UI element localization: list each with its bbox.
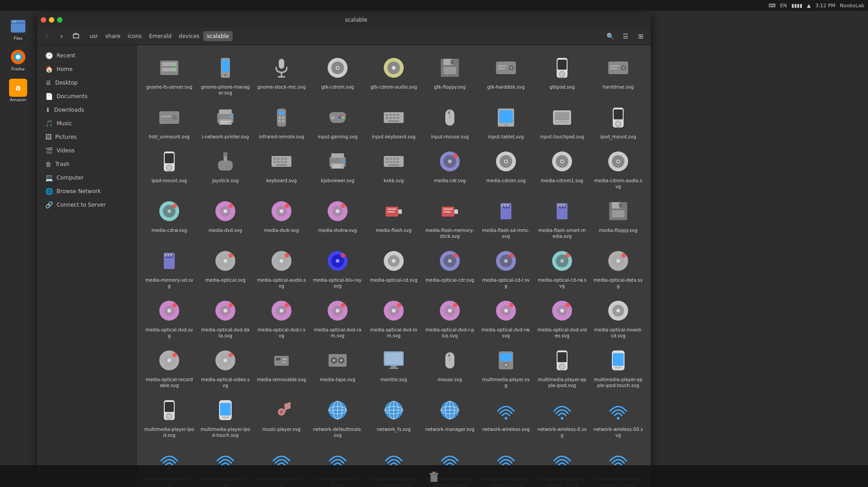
file-item[interactable]: media-flash-memory-stick.svg bbox=[423, 194, 477, 242]
file-item[interactable]: input-tablet.svg bbox=[479, 100, 533, 142]
sidebar-item-desktop[interactable]: 🖥 Desktop bbox=[39, 76, 134, 89]
file-item[interactable]: hdd_unmount.svg bbox=[142, 100, 196, 142]
desktop-icon-files[interactable]: Files bbox=[4, 14, 33, 43]
file-item[interactable]: kxkb.svg bbox=[367, 144, 421, 192]
file-item[interactable]: network_fs.svg bbox=[367, 393, 421, 441]
breadcrumb-icons[interactable]: icons bbox=[124, 31, 145, 41]
file-item[interactable]: media-optical-mixed-cd.svg bbox=[591, 293, 645, 341]
sidebar-item-recent[interactable]: 🕐 Recent bbox=[39, 49, 134, 62]
file-item[interactable]: media-optical-dvd-data.svg bbox=[198, 293, 253, 341]
file-item[interactable]: gtkpod.svg bbox=[535, 51, 589, 99]
grid-view-button[interactable]: ⊞ bbox=[634, 30, 647, 43]
file-item[interactable]: monitor.svg bbox=[367, 343, 421, 391]
forward-button[interactable]: › bbox=[55, 30, 68, 43]
file-item[interactable]: media-dvdrw.svg bbox=[310, 194, 365, 242]
file-item[interactable]: input-touchpad.svg bbox=[535, 100, 589, 142]
file-item[interactable]: media-cdrw.svg bbox=[142, 194, 196, 242]
file-item[interactable]: media-optical-cd.svg bbox=[367, 244, 421, 292]
file-item[interactable]: media-optical-dvd-video.svg bbox=[535, 293, 589, 341]
file-item[interactable]: media-optical.svg bbox=[198, 244, 253, 292]
file-item[interactable]: media-removable.svg bbox=[254, 343, 309, 391]
file-item[interactable]: multimedia-player.svg bbox=[479, 343, 533, 391]
breadcrumb-emerald[interactable]: Emerald bbox=[145, 31, 175, 41]
sidebar-item-videos[interactable]: 🎬 Videos bbox=[39, 144, 134, 157]
file-item[interactable]: music-player.svg bbox=[254, 393, 309, 441]
file-item[interactable]: media-dvdr.svg bbox=[254, 194, 309, 242]
file-item[interactable]: gtk-cdrom.svg bbox=[310, 51, 365, 99]
file-item[interactable]: media-optical-cd-r.svg bbox=[479, 244, 533, 292]
breadcrumb-devices[interactable]: devices bbox=[175, 31, 203, 41]
file-item[interactable]: multimedia-player-apple-ipod-touch.svg bbox=[591, 343, 645, 391]
file-item[interactable]: network-wireless-0.svg bbox=[535, 393, 589, 441]
parent-folder-button[interactable] bbox=[70, 30, 82, 43]
file-item[interactable]: media-optical-blu-ray.svg bbox=[310, 244, 365, 292]
file-item[interactable]: ipod-mount.svg bbox=[142, 144, 196, 192]
file-item[interactable]: network-defaultroute.svg bbox=[310, 393, 365, 441]
file-item[interactable]: media-cdrom.svg bbox=[479, 144, 533, 192]
file-item[interactable]: media-optical-video.svg bbox=[198, 343, 253, 391]
file-item[interactable]: gtk-harddisk.svg bbox=[479, 51, 533, 99]
close-button[interactable] bbox=[41, 17, 46, 23]
minimize-button[interactable] bbox=[49, 17, 54, 23]
file-item[interactable]: media-optical-dvd-rw.svg bbox=[479, 293, 533, 341]
file-item[interactable]: ipod_mount.svg bbox=[591, 100, 645, 142]
file-item[interactable]: multimedia-player-ipod.svg bbox=[142, 393, 196, 441]
file-item[interactable]: gnome-fs-server.svg bbox=[142, 51, 196, 99]
breadcrumb-share[interactable]: share bbox=[102, 31, 124, 41]
file-item[interactable]: gtk-floppy.svg bbox=[423, 51, 477, 99]
file-item[interactable]: gnome-phone-manager.svg bbox=[198, 51, 253, 99]
file-item[interactable]: media-cdrom1.svg bbox=[535, 144, 589, 192]
taskbar-trash[interactable] bbox=[424, 467, 444, 486]
file-item[interactable]: media-floppy.svg bbox=[591, 194, 645, 242]
sidebar-item-browse-network[interactable]: 🌐 Browse Network bbox=[39, 185, 134, 198]
file-item[interactable]: media-flash-sd-mmc.svg bbox=[479, 194, 533, 242]
file-item[interactable]: media-dvd.svg bbox=[198, 194, 253, 242]
file-item[interactable]: harddrive.svg bbox=[591, 51, 645, 99]
file-item[interactable]: media-optical-dvd.svg bbox=[142, 293, 196, 341]
file-item[interactable]: input-gaming.svg bbox=[310, 100, 365, 142]
file-item[interactable]: media-optical-data.svg bbox=[591, 244, 645, 292]
sidebar-item-music[interactable]: 🎵 Music bbox=[39, 117, 134, 130]
file-item[interactable]: keyboard.svg bbox=[254, 144, 309, 192]
file-item[interactable]: media-optical-dvd-ram.svg bbox=[310, 293, 365, 341]
file-item[interactable]: i-network-printer.svg bbox=[198, 100, 253, 142]
file-item[interactable]: media-optical-dvd-r-plus.svg bbox=[423, 293, 477, 341]
file-item[interactable]: input-mouse.svg bbox=[423, 100, 477, 142]
file-item[interactable]: network-wireless-00.svg bbox=[591, 393, 645, 441]
file-item[interactable]: mouse.svg bbox=[423, 343, 477, 391]
desktop-icon-firefox[interactable]: Firefox bbox=[4, 45, 33, 74]
sidebar-item-downloads[interactable]: ⬇ Downloads bbox=[39, 104, 134, 116]
list-view-button[interactable]: ☰ bbox=[619, 30, 632, 43]
file-item[interactable]: media-optical-dvd-rom.svg bbox=[367, 293, 421, 341]
file-item[interactable]: media-flash.svg bbox=[367, 194, 421, 242]
file-item[interactable]: media-tape.svg bbox=[310, 343, 365, 391]
file-item[interactable]: media-optical-dvd-r.svg bbox=[254, 293, 309, 341]
file-item[interactable]: media-optical-audio.svg bbox=[254, 244, 309, 292]
file-item[interactable]: media-optical-cdr.svg bbox=[423, 244, 477, 292]
file-item[interactable]: multimedia-player-ipod-touch.svg bbox=[198, 393, 253, 441]
sidebar-item-pictures[interactable]: 🖼 Pictures bbox=[39, 131, 134, 143]
breadcrumb-usr[interactable]: usr bbox=[86, 31, 102, 41]
breadcrumb-scalable[interactable]: scalable bbox=[203, 31, 233, 41]
file-item[interactable]: kjobviewer.svg bbox=[310, 144, 365, 192]
file-item[interactable]: media-optical-cd-rw.svg bbox=[535, 244, 589, 292]
keyboard-indicator[interactable]: ⌨ bbox=[768, 3, 776, 9]
sidebar-item-computer[interactable]: 💻 Computer bbox=[39, 171, 134, 184]
file-item[interactable]: input-keyboard.svg bbox=[367, 100, 421, 142]
file-grid[interactable]: gnome-fs-server.svg gnome-phone-manager.… bbox=[137, 45, 651, 487]
file-item[interactable]: infrared-remote.svg bbox=[254, 100, 309, 142]
maximize-button[interactable] bbox=[57, 17, 62, 23]
sidebar-item-connect-server[interactable]: 🔗 Connect to Server bbox=[39, 199, 134, 211]
back-button[interactable]: ‹ bbox=[41, 30, 53, 43]
file-item[interactable]: media-cdrom-audio.svg bbox=[591, 144, 645, 192]
file-item[interactable]: gnome-stock-mic.svg bbox=[254, 51, 309, 99]
flag-indicator[interactable]: EN bbox=[780, 3, 787, 9]
file-item[interactable]: gtk-cdrom-audio.svg bbox=[367, 51, 421, 99]
file-item[interactable]: multimedia-player-apple-ipod.svg bbox=[535, 343, 589, 391]
file-item[interactable]: joystick.svg bbox=[198, 144, 253, 192]
file-item[interactable]: network-wireless.svg bbox=[479, 393, 533, 441]
desktop-icon-amazon[interactable]: a Amazon bbox=[4, 76, 33, 105]
file-item[interactable]: media-memory-sd.svg bbox=[142, 244, 196, 292]
search-button[interactable]: 🔍 bbox=[604, 30, 616, 43]
sidebar-item-trash[interactable]: 🗑 Trash bbox=[39, 158, 134, 170]
